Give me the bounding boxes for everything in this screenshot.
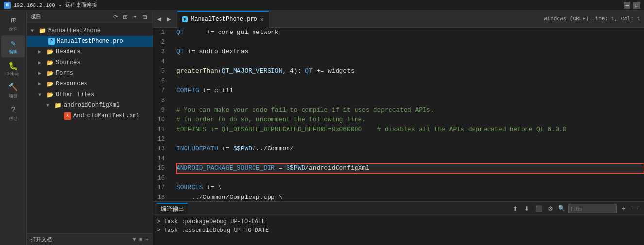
output-line-2: > Task :assembleDebug UP-TO-DATE (157, 226, 640, 235)
title-bar-text: 192.168.2.100 - 远程桌面连接 (14, 1, 624, 9)
line-number: 12 (153, 134, 169, 144)
tree-other-label: Other files (56, 91, 94, 98)
tree-pro-label: ManualTestPhone.pro (57, 38, 123, 45)
code-line: QT += core gui network (176, 28, 644, 37)
tree-other-files[interactable]: ▼ 📂 Other files (27, 89, 153, 100)
line-number: 1 (153, 28, 169, 37)
line-col-status: Windows (CRLF) Line: 1, Col: 1 (544, 16, 640, 22)
code-line: # In order to do so, uncomment the follo… (176, 115, 644, 125)
tree-android-config-xml[interactable]: ▼ 📁 androidConfigXml (27, 100, 153, 111)
sidebar-item-welcome[interactable]: ⊞ 欢迎 (1, 13, 25, 34)
line-number: 13 (153, 144, 169, 154)
sidebar-item-edit[interactable]: ✎ 编辑 (1, 35, 25, 57)
file-tree-btn3[interactable]: + (131, 13, 139, 21)
code-line (176, 154, 644, 163)
sidebar-label-debug: Debug (6, 72, 19, 77)
bottom-next-btn[interactable]: ⬇ (522, 204, 532, 213)
file-tree-panel: 项目 ⟳ ⊞ + ⊟ ▼ 📁 ManualTestPhone P ManualT… (27, 11, 153, 245)
editor-status-right: Windows (CRLF) Line: 1, Col: 1 (544, 16, 644, 22)
android-arrow: ▼ (46, 103, 54, 108)
code-line (176, 96, 644, 105)
code-line: CONFIG += c++11 (176, 86, 644, 96)
line-number: 8 (153, 96, 169, 105)
line-number: 14 (153, 154, 169, 163)
line-number: 4 (153, 57, 169, 66)
debug-icon: 🐛 (8, 61, 18, 71)
bottom-add-btn[interactable]: + (619, 204, 628, 213)
bottom-remove-btn[interactable]: — (630, 204, 640, 213)
back-arrow[interactable]: ◀ (155, 15, 164, 23)
sidebar-item-help[interactable]: ? 帮助 (1, 102, 25, 124)
other-icon: 📂 (46, 91, 54, 98)
tree-root-project[interactable]: ▼ 📁 ManualTestPhone (27, 25, 153, 36)
tree-forms[interactable]: ▶ 📂 Forms (27, 68, 153, 79)
bottom-panel: 编译输出 ⬆ ⬇ ⬛ ⚙ 🔍 + — > Task :packageDebug … (153, 201, 644, 245)
forms-arrow: ▶ (38, 70, 46, 76)
code-line: INCLUDEPATH += $$PWD/../Common/ (176, 144, 644, 154)
tree-resources[interactable]: ▶ 📂 Resources (27, 79, 153, 89)
tree-resources-label: Resources (56, 81, 87, 87)
line-number: 15 (153, 163, 169, 173)
code-line (176, 57, 644, 66)
tab-close-btn[interactable]: ✕ (260, 16, 264, 23)
code-editor[interactable]: 123456789101112131415161718192021 QT += … (153, 28, 644, 201)
code-content[interactable]: QT += core gui network QT += androidextr… (172, 28, 644, 201)
sidebar-item-project[interactable]: 🔨 项目 (1, 80, 25, 101)
code-line: QT += androidextras (176, 47, 644, 57)
forward-arrow[interactable]: ▶ (165, 15, 173, 23)
bottom-prev-btn[interactable]: ⬆ (510, 204, 520, 213)
arrow-icon: ▼ (31, 28, 38, 33)
file-tree-bottom-icons: ▼ ⊞ + (133, 236, 149, 243)
code-line: ANDROID_PACKAGE_SOURCE_DIR = $$PWD/andro… (176, 163, 644, 173)
line-number: 18 (153, 193, 169, 201)
tree-android-manifest[interactable]: X AndroidManifest.xml (27, 111, 153, 121)
line-number: 9 (153, 105, 169, 115)
file-tree-btn2[interactable]: ⊞ (121, 13, 129, 21)
file-tree-bottom: 打开文档 ▼ ⊞ + (27, 233, 153, 245)
headers-icon: 📂 (46, 48, 54, 56)
code-line: #DEFINES += QT_DISABLE_DEPRECATED_BEFORE… (176, 125, 644, 134)
minimize-button[interactable]: — (624, 2, 630, 9)
editor-area: ◀ ▶ P ManualTestPhone.pro ✕ Windows (CRL… (153, 11, 644, 245)
help-icon: ? (8, 105, 18, 115)
sidebar-item-debug[interactable]: 🐛 Debug (1, 58, 25, 79)
line-number: 17 (153, 183, 169, 193)
android-folder-icon: 📁 (54, 101, 62, 109)
code-line: greaterThan(QT_MAJOR_VERSION, 4): QT += … (176, 66, 644, 76)
filter-input[interactable] (568, 204, 617, 213)
bottom-tab-compile[interactable]: 编译输出 (157, 203, 188, 214)
sidebar-icons: ⊞ 欢迎 ✎ 编辑 🐛 Debug 🔨 项目 ? 帮助 (0, 11, 27, 245)
tree-pro-file[interactable]: P ManualTestPhone.pro (27, 36, 153, 47)
pro-file-icon: P (48, 38, 55, 45)
line-number: 10 (153, 115, 169, 125)
output-text-2: > Task :assembleDebug UP-TO-DATE (157, 227, 269, 234)
file-tree-btn1[interactable]: ⟳ (112, 13, 119, 21)
tree-root-label: ManualTestPhone (48, 27, 101, 34)
tree-sources[interactable]: ▶ 📂 Sources (27, 57, 153, 68)
output-line-1: > Task :packageDebug UP-TO-DATE (157, 217, 640, 226)
edit-icon: ✎ (8, 38, 18, 48)
sidebar-label-project: 项目 (9, 93, 17, 99)
line-number: 6 (153, 76, 169, 86)
xml-file-icon: X (64, 112, 71, 120)
editor-tab-pro[interactable]: P ManualTestPhone.pro ✕ (177, 11, 269, 28)
file-tree-btn4[interactable]: ⊟ (141, 13, 149, 21)
output-text-1: > Task :packageDebug UP-TO-DATE (157, 218, 265, 225)
title-bar-controls: — □ (624, 2, 640, 9)
grid-icon: ⊞ (8, 16, 18, 25)
headers-arrow: ▶ (38, 49, 46, 55)
file-tree-content: ▼ 📁 ManualTestPhone P ManualTestPhone.pr… (27, 23, 153, 233)
tree-headers[interactable]: ▶ 📂 Headers (27, 47, 153, 57)
maximize-button[interactable]: □ (633, 2, 640, 9)
tree-headers-label: Headers (56, 49, 80, 55)
line-number: 2 (153, 37, 169, 47)
sidebar-label-edit: 编辑 (9, 49, 17, 55)
editor-tab-bar: ◀ ▶ P ManualTestPhone.pro ✕ Windows (CRL… (153, 11, 644, 28)
file-tree-title: 项目 (31, 13, 110, 20)
title-bar: 🖥 192.168.2.100 - 远程桌面连接 — □ (0, 0, 644, 11)
code-line: ../Common/Complexp.cpp \ (176, 193, 644, 201)
resources-arrow: ▶ (38, 81, 46, 87)
bottom-stop-btn[interactable]: ⬛ (534, 204, 543, 213)
line-numbers: 123456789101112131415161718192021 (153, 28, 172, 201)
bottom-settings-btn[interactable]: ⚙ (545, 204, 555, 213)
